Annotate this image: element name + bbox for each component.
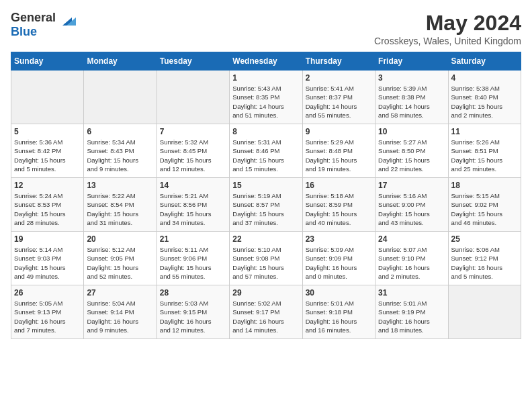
weekday-header-monday: Monday: [84, 52, 157, 71]
weekday-header-wednesday: Wednesday: [230, 52, 302, 71]
day-info: Sunrise: 5:29 AMSunset: 8:48 PMDaylight:…: [306, 138, 372, 173]
day-number: 23: [306, 234, 372, 244]
day-info: Sunrise: 5:07 AMSunset: 9:10 PMDaylight:…: [378, 245, 445, 281]
day-info: Sunrise: 5:04 AMSunset: 9:14 PMDaylight:…: [87, 299, 153, 334]
day-number: 20: [87, 234, 153, 244]
day-info: Sunrise: 5:02 AMSunset: 9:17 PMDaylight:…: [232, 299, 299, 334]
day-cell: [157, 71, 229, 124]
day-info: Sunrise: 5:27 AMSunset: 8:50 PMDaylight:…: [378, 138, 445, 173]
logo-text: General Blue: [11, 11, 56, 39]
day-cell: 22Sunrise: 5:10 AMSunset: 9:08 PMDayligh…: [230, 232, 302, 285]
week-row-1: 1Sunrise: 5:43 AMSunset: 8:35 PMDaylight…: [11, 71, 521, 124]
day-number: 14: [160, 181, 226, 190]
day-cell: 6Sunrise: 5:34 AMSunset: 8:43 PMDaylight…: [84, 124, 157, 178]
week-row-5: 26Sunrise: 5:05 AMSunset: 9:13 PMDayligh…: [11, 285, 521, 339]
day-number: 7: [160, 127, 226, 136]
weekday-header-saturday: Saturday: [448, 52, 521, 71]
day-number: 1: [232, 73, 299, 83]
day-info: Sunrise: 5:18 AMSunset: 8:59 PMDaylight:…: [306, 191, 372, 227]
day-cell: 11Sunrise: 5:26 AMSunset: 8:51 PMDayligh…: [448, 124, 521, 178]
weekday-header-sunday: Sunday: [11, 52, 84, 71]
day-number: 2: [306, 73, 372, 83]
day-cell: [84, 71, 157, 124]
day-info: Sunrise: 5:31 AMSunset: 8:46 PMDaylight:…: [232, 138, 299, 173]
day-info: Sunrise: 5:05 AMSunset: 9:13 PMDaylight:…: [14, 299, 81, 334]
day-cell: 4Sunrise: 5:38 AMSunset: 8:40 PMDaylight…: [448, 71, 521, 124]
day-number: 31: [378, 288, 445, 298]
logo-general: General: [11, 11, 56, 24]
day-info: Sunrise: 5:12 AMSunset: 9:05 PMDaylight:…: [87, 245, 153, 281]
day-info: Sunrise: 5:16 AMSunset: 9:00 PMDaylight:…: [378, 191, 445, 227]
day-cell: 18Sunrise: 5:15 AMSunset: 9:02 PMDayligh…: [448, 178, 521, 232]
day-info: Sunrise: 5:15 AMSunset: 9:02 PMDaylight:…: [451, 191, 518, 227]
day-info: Sunrise: 5:11 AMSunset: 9:06 PMDaylight:…: [160, 245, 226, 281]
page-header: General Blue May 2024 Crosskeys, Wales, …: [11, 11, 521, 46]
day-info: Sunrise: 5:41 AMSunset: 8:37 PMDaylight:…: [306, 84, 372, 120]
day-number: 22: [232, 234, 299, 244]
day-cell: 14Sunrise: 5:21 AMSunset: 8:56 PMDayligh…: [157, 178, 229, 232]
week-row-2: 5Sunrise: 5:36 AMSunset: 8:42 PMDaylight…: [11, 124, 521, 178]
day-cell: 15Sunrise: 5:19 AMSunset: 8:57 PMDayligh…: [230, 178, 302, 232]
day-info: Sunrise: 5:14 AMSunset: 9:03 PMDaylight:…: [14, 245, 81, 281]
day-number: 11: [451, 127, 518, 136]
day-cell: 20Sunrise: 5:12 AMSunset: 9:05 PMDayligh…: [84, 232, 157, 285]
day-cell: 8Sunrise: 5:31 AMSunset: 8:46 PMDaylight…: [230, 124, 302, 178]
day-number: 12: [14, 181, 81, 190]
day-info: Sunrise: 5:43 AMSunset: 8:35 PMDaylight:…: [232, 84, 299, 120]
day-cell: 10Sunrise: 5:27 AMSunset: 8:50 PMDayligh…: [375, 124, 448, 178]
day-cell: 27Sunrise: 5:04 AMSunset: 9:14 PMDayligh…: [84, 285, 157, 339]
day-info: Sunrise: 5:06 AMSunset: 9:12 PMDaylight:…: [451, 245, 518, 281]
day-cell: 19Sunrise: 5:14 AMSunset: 9:03 PMDayligh…: [11, 232, 84, 285]
day-number: 19: [14, 234, 81, 244]
day-info: Sunrise: 5:22 AMSunset: 8:54 PMDaylight:…: [87, 191, 153, 227]
day-number: 25: [451, 234, 518, 244]
logo-icon: [57, 12, 77, 32]
day-info: Sunrise: 5:03 AMSunset: 9:15 PMDaylight:…: [160, 299, 226, 334]
day-cell: 23Sunrise: 5:09 AMSunset: 9:09 PMDayligh…: [302, 232, 375, 285]
day-info: Sunrise: 5:21 AMSunset: 8:56 PMDaylight:…: [160, 191, 226, 227]
day-number: 28: [160, 288, 226, 298]
logo-blue: Blue: [11, 25, 37, 38]
day-cell: 9Sunrise: 5:29 AMSunset: 8:48 PMDaylight…: [302, 124, 375, 178]
day-cell: 1Sunrise: 5:43 AMSunset: 8:35 PMDaylight…: [230, 71, 302, 124]
day-cell: 13Sunrise: 5:22 AMSunset: 8:54 PMDayligh…: [84, 178, 157, 232]
day-cell: 29Sunrise: 5:02 AMSunset: 9:17 PMDayligh…: [230, 285, 302, 339]
day-number: 15: [232, 181, 299, 190]
day-cell: 5Sunrise: 5:36 AMSunset: 8:42 PMDaylight…: [11, 124, 84, 178]
weekday-header-friday: Friday: [375, 52, 448, 71]
day-info: Sunrise: 5:38 AMSunset: 8:40 PMDaylight:…: [451, 84, 518, 120]
day-cell: 31Sunrise: 5:01 AMSunset: 9:19 PMDayligh…: [375, 285, 448, 339]
day-number: 17: [378, 181, 445, 190]
day-number: 8: [232, 127, 299, 136]
location: Crosskeys, Wales, United Kingdom: [374, 36, 521, 46]
day-info: Sunrise: 5:39 AMSunset: 8:38 PMDaylight:…: [378, 84, 445, 120]
day-cell: [11, 71, 84, 124]
calendar-table: SundayMondayTuesdayWednesdayThursdayFrid…: [11, 52, 521, 339]
day-number: 10: [378, 127, 445, 136]
day-number: 29: [232, 288, 299, 298]
day-info: Sunrise: 5:19 AMSunset: 8:57 PMDaylight:…: [232, 191, 299, 227]
weekday-header-tuesday: Tuesday: [157, 52, 229, 71]
day-info: Sunrise: 5:01 AMSunset: 9:18 PMDaylight:…: [306, 299, 372, 334]
day-cell: 24Sunrise: 5:07 AMSunset: 9:10 PMDayligh…: [375, 232, 448, 285]
day-number: 16: [306, 181, 372, 190]
day-cell: 16Sunrise: 5:18 AMSunset: 8:59 PMDayligh…: [302, 178, 375, 232]
day-number: 21: [160, 234, 226, 244]
weekday-header-thursday: Thursday: [302, 52, 375, 71]
day-info: Sunrise: 5:10 AMSunset: 9:08 PMDaylight:…: [232, 245, 299, 281]
day-cell: 28Sunrise: 5:03 AMSunset: 9:15 PMDayligh…: [157, 285, 229, 339]
day-number: 24: [378, 234, 445, 244]
day-cell: 17Sunrise: 5:16 AMSunset: 9:00 PMDayligh…: [375, 178, 448, 232]
day-info: Sunrise: 5:24 AMSunset: 8:53 PMDaylight:…: [14, 191, 81, 227]
day-cell: 7Sunrise: 5:32 AMSunset: 8:45 PMDaylight…: [157, 124, 229, 178]
day-cell: 25Sunrise: 5:06 AMSunset: 9:12 PMDayligh…: [448, 232, 521, 285]
title-block: May 2024 Crosskeys, Wales, United Kingdo…: [374, 11, 521, 46]
day-number: 26: [14, 288, 81, 298]
day-cell: 30Sunrise: 5:01 AMSunset: 9:18 PMDayligh…: [302, 285, 375, 339]
day-number: 5: [14, 127, 81, 136]
day-number: 4: [451, 73, 518, 83]
day-cell: [448, 285, 521, 339]
logo: General Blue: [11, 11, 77, 39]
day-number: 30: [306, 288, 372, 298]
day-info: Sunrise: 5:09 AMSunset: 9:09 PMDaylight:…: [306, 245, 372, 281]
